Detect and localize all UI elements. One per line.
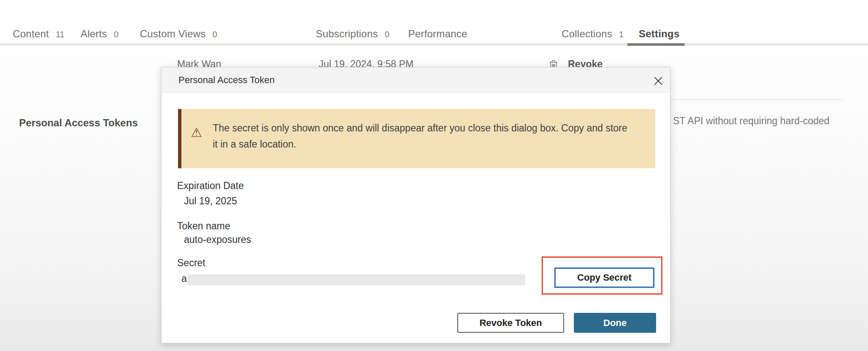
personal-access-token-dialog: Personal Access Token ⚠ The secret is on… bbox=[161, 67, 670, 343]
warning-triangle-icon: ⚠ bbox=[191, 125, 202, 140]
tab-performance[interactable]: Performance bbox=[408, 28, 467, 40]
dialog-title: Personal Access Token bbox=[178, 67, 275, 93]
tab-alerts[interactable]: Alerts 0 bbox=[81, 28, 119, 40]
tab-collections[interactable]: Collections 1 bbox=[562, 28, 624, 40]
copy-secret-button[interactable]: Copy Secret bbox=[554, 267, 654, 288]
tab-subscriptions[interactable]: Subscriptions 0 bbox=[316, 28, 389, 40]
tab-label: Performance bbox=[408, 28, 467, 40]
warning-text: The secret is only shown once and will d… bbox=[213, 120, 632, 152]
tab-label: Content bbox=[13, 28, 49, 40]
dialog-header: Personal Access Token bbox=[161, 67, 670, 93]
done-button[interactable]: Done bbox=[574, 313, 656, 333]
tab-count-badge: 0 bbox=[212, 30, 217, 39]
tab-count-badge: 0 bbox=[114, 30, 119, 39]
secret-label: Secret bbox=[177, 257, 205, 269]
warning-banner: ⚠ The secret is only shown once and will… bbox=[178, 109, 655, 168]
tab-settings[interactable]: Settings bbox=[639, 28, 679, 40]
section-title: Personal Access Tokens bbox=[19, 117, 138, 129]
tab-label: Settings bbox=[639, 28, 679, 40]
tab-label: Custom Views bbox=[140, 28, 206, 40]
expiration-date-label: Expiration Date bbox=[177, 180, 244, 192]
token-name-value: auto-exposures bbox=[184, 234, 251, 245]
revoke-token-button[interactable]: Revoke Token bbox=[457, 313, 564, 333]
tab-label: Alerts bbox=[81, 28, 107, 40]
expiration-date-value: Jul 19, 2025 bbox=[184, 195, 237, 207]
secret-masked-bar bbox=[188, 274, 525, 285]
tab-count-badge: 1 bbox=[619, 30, 624, 39]
tab-content[interactable]: Content 11 bbox=[13, 28, 64, 40]
secret-value: a bbox=[181, 273, 187, 284]
tab-count-badge: 11 bbox=[56, 30, 64, 39]
tab-bar: Content 11 Alerts 0 Custom Views 0 Subsc… bbox=[0, 0, 868, 46]
tab-label: Collections bbox=[562, 28, 612, 40]
active-tab-underline bbox=[627, 43, 684, 46]
tab-count-badge: 0 bbox=[385, 30, 389, 39]
token-name-label: Token name bbox=[177, 220, 230, 232]
tab-label: Subscriptions bbox=[316, 28, 378, 40]
close-icon[interactable] bbox=[652, 75, 664, 87]
section-description-fragment: ST API without requiring hard-coded bbox=[673, 115, 865, 127]
tab-custom-views[interactable]: Custom Views 0 bbox=[140, 28, 217, 40]
tab-bar-divider bbox=[0, 43, 868, 45]
section-divider bbox=[670, 99, 843, 100]
